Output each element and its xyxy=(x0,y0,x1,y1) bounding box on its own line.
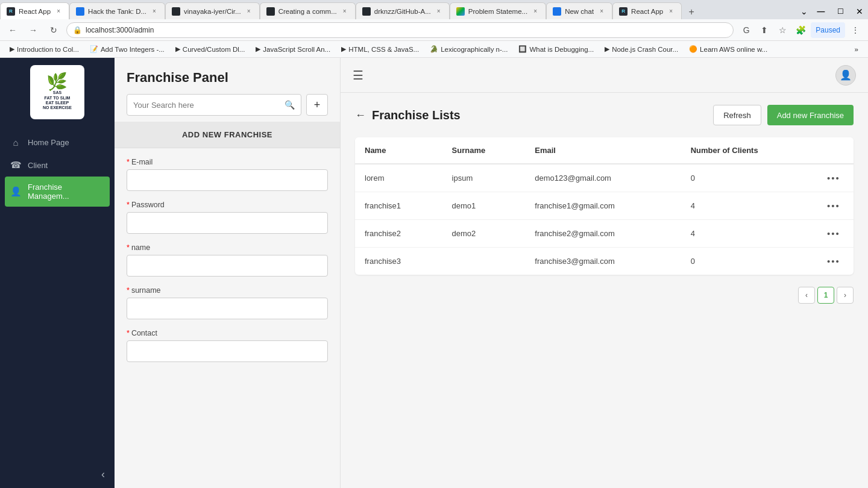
reload-button[interactable]: ↻ xyxy=(46,22,61,38)
profile-paused[interactable]: Paused xyxy=(811,22,845,38)
tab-close-1[interactable]: × xyxy=(150,7,159,16)
row-actions-button-0[interactable]: ••• xyxy=(827,173,840,183)
sidebar-item-franchise[interactable]: 👤Franchise Managem... xyxy=(5,177,110,207)
bookmark-item-0[interactable]: ▶Introduction to Col... xyxy=(5,44,84,54)
surname-label-text: surname xyxy=(131,286,161,295)
panel-title: Franchise Panel xyxy=(127,70,328,86)
forward-button[interactable]: → xyxy=(25,22,41,38)
name-group: * name xyxy=(127,243,328,277)
bookmark-icon[interactable]: ☆ xyxy=(775,22,790,38)
cell-3-2: franchise3@gmail.com xyxy=(525,248,681,275)
search-box: 🔍 xyxy=(127,94,301,116)
add-franchise-button[interactable]: Add new Franchise xyxy=(767,105,854,125)
tab-close-7[interactable]: × xyxy=(667,7,675,16)
col-header-0: Name xyxy=(355,137,442,164)
browser-tab-6[interactable]: New chat× xyxy=(546,2,612,19)
bookmark-icon-1: 📝 xyxy=(90,45,98,53)
name-label: * name xyxy=(127,243,328,252)
refresh-button[interactable]: Refresh xyxy=(713,105,761,125)
bookmark-item-1[interactable]: 📝Add Two Integers -... xyxy=(85,44,169,54)
email-input[interactable] xyxy=(127,169,328,191)
browser-tab-5[interactable]: Problem Stateme...× xyxy=(450,2,546,19)
prev-page-button[interactable]: ‹ xyxy=(798,287,815,304)
name-label-text: name xyxy=(131,243,150,252)
name-input[interactable] xyxy=(127,255,328,277)
section-title: Franchise Lists xyxy=(372,108,707,122)
email-label: * E-mail xyxy=(127,158,328,166)
bookmark-item-5[interactable]: 🐊Lexicographically n-... xyxy=(425,44,512,54)
sidebar-toggle-button[interactable]: ‹ xyxy=(0,461,115,488)
current-page-button[interactable]: 1 xyxy=(817,287,834,304)
tab-close-3[interactable]: × xyxy=(341,7,349,16)
next-page-button[interactable]: › xyxy=(837,287,854,304)
tab-close-6[interactable]: × xyxy=(597,7,606,16)
tab-overflow-button[interactable]: ⌄ xyxy=(798,7,810,16)
contact-group: * Contact xyxy=(127,329,328,362)
cell-1-2: franchise1@gmail.com xyxy=(525,192,681,220)
cell-2-1: demo2 xyxy=(442,220,526,248)
bookmark-item-4[interactable]: ▶HTML, CSS & JavaS... xyxy=(336,44,424,54)
sidebar: 🌿 SASFAT TO SLIMEAT SLEEPNO EXERCISE ⌂Ho… xyxy=(0,58,115,488)
row-actions-button-3[interactable]: ••• xyxy=(827,256,840,266)
app-wrapper: 🌿 SASFAT TO SLIMEAT SLEEPNO EXERCISE ⌂Ho… xyxy=(0,58,868,488)
tab-close-0[interactable]: × xyxy=(54,7,63,16)
bookmark-item-7[interactable]: ▶Node.js Crash Cour... xyxy=(600,44,683,54)
required-star-surname: * xyxy=(127,286,130,295)
browser-tab-2[interactable]: vinayaka-iyer/Cir...× xyxy=(165,2,260,19)
sidebar-item-home[interactable]: ⌂Home Page xyxy=(0,131,115,154)
sidebar-item-client[interactable]: ☎Client xyxy=(0,154,115,177)
sidebar-icon-client: ☎ xyxy=(10,160,22,170)
back-button[interactable]: ← xyxy=(5,22,20,38)
bookmark-item-8[interactable]: 🟠Learn AWS online w... xyxy=(684,44,772,54)
hamburger-menu[interactable]: ☰ xyxy=(353,68,363,83)
address-bar[interactable]: 🔒 localhost:3000/admin xyxy=(66,22,734,38)
password-input[interactable] xyxy=(127,212,328,234)
bookmark-item-6[interactable]: 🔲What is Debugging... xyxy=(514,44,599,54)
search-input[interactable] xyxy=(133,101,281,110)
more-button[interactable]: ⋮ xyxy=(848,22,863,38)
cell-2-2: franchise2@gmail.com xyxy=(525,220,681,248)
browser-tab-4[interactable]: drknzz/GitHub-A...× xyxy=(356,2,450,19)
back-arrow-icon[interactable]: ← xyxy=(355,109,366,122)
surname-input[interactable] xyxy=(127,298,328,319)
search-row: 🔍 + xyxy=(127,94,328,116)
add-small-button[interactable]: + xyxy=(306,94,328,116)
row-actions-button-2[interactable]: ••• xyxy=(827,228,840,239)
bookmark-icon-7: ▶ xyxy=(605,45,609,53)
extensions-icon[interactable]: 🧩 xyxy=(793,22,808,38)
required-star-pw: * xyxy=(127,201,130,209)
row-actions-button-1[interactable]: ••• xyxy=(827,201,840,211)
maximize-button[interactable]: ☐ xyxy=(832,4,849,19)
cell-0-3: 0 xyxy=(681,164,817,192)
bookmark-item-2[interactable]: ▶Curved/Custom Dl... xyxy=(171,44,250,54)
sidebar-label-client: Client xyxy=(28,161,48,170)
bookmark-label-8: Learn AWS online w... xyxy=(700,46,767,53)
table-container: NameSurnameEmailNumber of Clientsloremip… xyxy=(355,137,854,275)
search-icon[interactable]: 🔍 xyxy=(285,100,295,110)
tab-close-5[interactable]: × xyxy=(531,7,539,16)
new-tab-button[interactable]: + xyxy=(684,5,699,19)
browser-tab-7[interactable]: RReact App× xyxy=(612,2,682,19)
sidebar-label-home: Home Page xyxy=(28,138,69,147)
tab-close-4[interactable]: × xyxy=(435,7,443,16)
google-icon[interactable]: G xyxy=(738,22,754,38)
tab-close-2[interactable]: × xyxy=(245,7,253,16)
user-avatar[interactable]: 👤 xyxy=(835,65,856,86)
browser-tab-1[interactable]: Hack the Tank: D...× xyxy=(69,2,165,19)
contact-input[interactable] xyxy=(127,340,328,362)
main-body: ← Franchise Lists Refresh Add new Franch… xyxy=(341,93,868,488)
bookmark-label-3: JavaScript Scroll An... xyxy=(263,46,330,53)
close-button[interactable]: ✕ xyxy=(851,4,868,19)
minimize-button[interactable]: ─ xyxy=(813,4,829,19)
bookmark-label-5: Lexicographically n-... xyxy=(441,46,508,53)
bookmarks-overflow[interactable]: » xyxy=(850,45,863,54)
bookmark-item-3[interactable]: ▶JavaScript Scroll An... xyxy=(251,44,335,54)
share-icon[interactable]: ⬆ xyxy=(756,22,772,38)
lock-icon: 🔒 xyxy=(73,26,82,34)
browser-tab-3[interactable]: Creating a comm...× xyxy=(260,2,356,19)
logo-image: 🌿 SASFAT TO SLIMEAT SLEEPNO EXERCISE xyxy=(30,65,84,119)
bookmark-label-7: Node.js Crash Cour... xyxy=(612,46,678,53)
contact-label-text: Contact xyxy=(131,329,157,337)
browser-tab-0[interactable]: RReact App× xyxy=(0,2,69,19)
add-new-franchise-banner: ADD NEW FRANCHISE xyxy=(115,122,340,148)
